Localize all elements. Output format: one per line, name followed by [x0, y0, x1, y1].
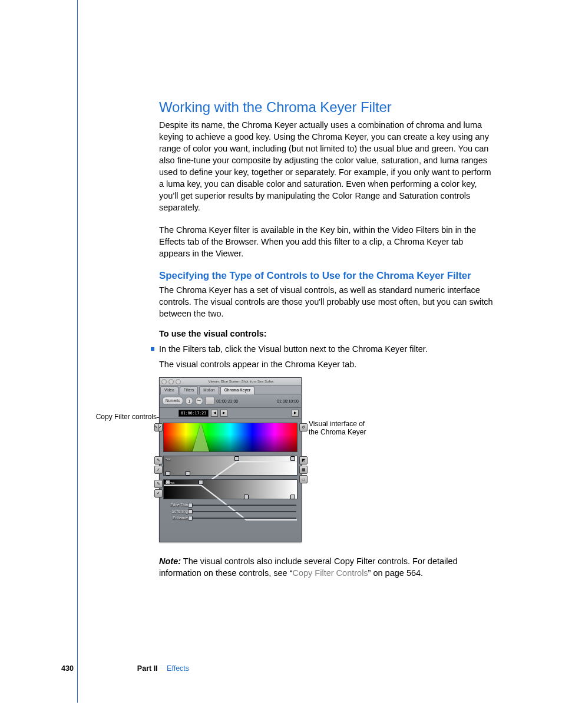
traffic-light-close-icon[interactable] — [161, 379, 167, 384]
margin-rule — [77, 0, 78, 703]
color-range-panel[interactable]: ✎ ✓ ↺ — [163, 423, 297, 452]
luma-panel[interactable]: ✎ ✓ Luma — [163, 479, 297, 499]
copy-filter-2-icon[interactable]: ↪ — [195, 397, 203, 405]
main-content: Working with the Chroma Keyer Filter Des… — [159, 99, 495, 589]
enable-toggle-icon[interactable]: ✓ — [154, 489, 163, 498]
viewer-tabs: Video Filters Motion Chroma Keyer — [160, 386, 301, 394]
bullet-square-icon — [151, 347, 154, 351]
bullet-followup: The visual controls appear in the Chroma… — [159, 358, 495, 370]
viewer-toolbar: Numeric 1 ↪ 01:00:23:00 01:00:10:00 — [160, 394, 301, 408]
callout-right-line1: Visual interface of — [309, 420, 365, 428]
slider-thumb-icon[interactable] — [188, 503, 193, 508]
callout-right-line2: the Chroma Keyer — [309, 428, 366, 436]
matte-icon[interactable]: ▦ — [299, 466, 308, 474]
section-label: Effects — [167, 664, 189, 673]
curve-handle[interactable] — [166, 471, 170, 476]
eyedropper-icon[interactable]: ✎ — [154, 480, 163, 488]
prev-frame-icon[interactable]: ◀ — [211, 410, 218, 417]
note-paragraph: Note: The visual controls also include s… — [159, 555, 495, 579]
copy-filter-1-icon[interactable]: 1 — [185, 397, 193, 405]
enable-toggle-icon[interactable]: ✓ — [154, 466, 163, 474]
current-timecode[interactable]: 01:00:17:23 — [178, 410, 209, 417]
note-label: Note: — [159, 556, 181, 566]
window-titlebar: Viewer: Blue Screen Shot from Sex Sofas — [160, 378, 301, 386]
curve-handle[interactable] — [234, 456, 239, 461]
timecode-row: 01:00:17:23 ◀ ▶ ▶ — [160, 408, 301, 419]
arrow-right-icon[interactable]: ▶ — [292, 410, 299, 417]
curve-handle[interactable] — [186, 471, 190, 476]
heading-1: Working with the Chroma Keyer Filter — [159, 99, 495, 116]
page-footer: 430 Part II Effects — [61, 664, 189, 673]
slider-thumb-icon[interactable] — [188, 509, 193, 514]
slider-track[interactable] — [190, 505, 296, 506]
copy-filter-controls-link[interactable]: Copy Filter Controls — [292, 568, 368, 578]
hue-selection-icon[interactable] — [193, 423, 209, 452]
tc-field-b: 01:00:10:00 — [277, 399, 299, 403]
key-icon[interactable]: ▭ — [299, 475, 308, 483]
hue-shade — [164, 423, 297, 452]
slider-track[interactable] — [190, 511, 296, 512]
figure-wrap: Copy Filter controls Visual interface of… — [159, 377, 495, 542]
callout-copy-filter: Copy Filter controls — [93, 413, 157, 421]
callout-left-text: Copy Filter controls — [96, 413, 157, 421]
slider-thumb-icon[interactable] — [188, 516, 193, 521]
tc-field-a: 01:00:23:00 — [216, 399, 238, 403]
curve-handle[interactable] — [244, 495, 249, 499]
curve-handle[interactable] — [290, 495, 295, 499]
key-view-icon[interactable] — [205, 397, 214, 405]
viewer-window: Viewer: Blue Screen Shot from Sex Sofas … — [159, 377, 302, 542]
page-number: 430 — [61, 664, 74, 673]
bullet-text: In the Filters tab, click the Visual but… — [159, 343, 495, 355]
tab-filters[interactable]: Filters — [180, 386, 199, 394]
paragraph-location: The Chroma Keyer filter is available in … — [159, 224, 495, 259]
slider-track[interactable] — [190, 518, 296, 519]
window-title: Viewer: Blue Screen Shot from Sex Sofas — [183, 380, 299, 383]
curve-handle[interactable] — [290, 456, 295, 461]
instruction-heading: To use the visual controls: — [159, 328, 495, 340]
eyedropper-icon[interactable]: ✎ — [154, 456, 163, 465]
part-label: Part II — [137, 664, 158, 673]
traffic-light-min-icon[interactable] — [168, 379, 174, 384]
saturation-panel[interactable]: ✎ ✓ Sat ◩ — [163, 456, 297, 476]
tab-video[interactable]: Video — [160, 386, 178, 394]
bullet-item: In the Filters tab, click the Visual but… — [159, 343, 495, 355]
eyedropper-icon[interactable]: ✎ ✓ — [154, 423, 163, 431]
next-frame-icon[interactable]: ▶ — [220, 410, 227, 417]
paragraph-controls: The Chroma Keyer has a set of visual con… — [159, 284, 495, 319]
traffic-light-zoom-icon[interactable] — [176, 379, 181, 384]
reset-icon[interactable]: ↺ — [299, 423, 308, 431]
note-body-2: ” on page 564. — [368, 568, 424, 578]
enable-toggle-icon[interactable]: ✓ — [158, 423, 163, 431]
invert-icon[interactable]: ◩ — [299, 456, 308, 465]
tab-motion[interactable]: Motion — [199, 386, 219, 394]
tab-chroma-keyer[interactable]: Chroma Keyer — [220, 386, 254, 394]
heading-2: Specifying the Type of Controls to Use f… — [159, 270, 495, 282]
curve-handle[interactable] — [199, 480, 203, 485]
sat-label: Sat — [166, 457, 171, 461]
numeric-button[interactable]: Numeric — [162, 397, 183, 405]
luma-label: Luma — [166, 481, 174, 485]
callout-visual-interface: Visual interface of the Chroma Keyer — [309, 420, 379, 436]
luma-curve — [164, 480, 297, 522]
paragraph-intro: Despite its name, the Chroma Keyer actua… — [159, 119, 495, 213]
